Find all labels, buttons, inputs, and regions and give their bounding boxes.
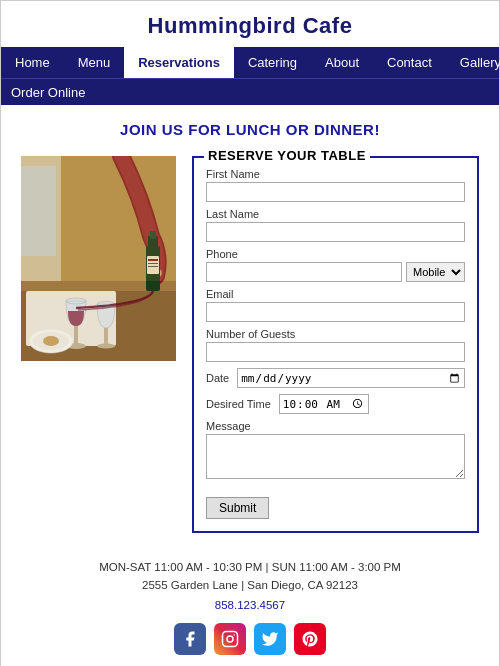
message-row: Message bbox=[206, 420, 465, 483]
facebook-icon[interactable] bbox=[174, 623, 206, 655]
pinterest-icon[interactable] bbox=[294, 623, 326, 655]
first-name-label: First Name bbox=[206, 168, 465, 180]
phone-row: Phone Mobile Home Work bbox=[206, 248, 465, 282]
nav-catering[interactable]: Catering bbox=[234, 47, 311, 78]
svg-point-6 bbox=[66, 298, 86, 304]
social-icons-group bbox=[21, 623, 479, 655]
main-heading: JOIN US FOR LUNCH OR DINNER! bbox=[21, 121, 479, 138]
footer-hours: MON-SAT 11:00 AM - 10:30 PM | SUN 11:00 … bbox=[21, 561, 479, 573]
message-label: Message bbox=[206, 420, 465, 432]
svg-point-12 bbox=[43, 336, 59, 346]
nav-reservations[interactable]: Reservations bbox=[124, 47, 234, 78]
first-name-input[interactable] bbox=[206, 182, 465, 202]
date-input[interactable] bbox=[237, 368, 465, 388]
submit-button[interactable]: Submit bbox=[206, 497, 269, 519]
nav-menu[interactable]: Menu bbox=[64, 47, 125, 78]
guests-label: Number of Guests bbox=[206, 328, 465, 340]
svg-point-27 bbox=[233, 634, 235, 636]
nav-order-online[interactable]: Order Online bbox=[11, 85, 85, 100]
nav-about[interactable]: About bbox=[311, 47, 373, 78]
email-input[interactable] bbox=[206, 302, 465, 322]
footer: MON-SAT 11:00 AM - 10:30 PM | SUN 11:00 … bbox=[21, 561, 479, 666]
time-input[interactable] bbox=[279, 394, 370, 414]
nav-gallery[interactable]: Gallery bbox=[446, 47, 500, 78]
guests-input[interactable] bbox=[206, 342, 465, 362]
svg-point-26 bbox=[227, 636, 233, 642]
footer-phone[interactable]: 858.123.4567 bbox=[215, 599, 285, 611]
main-content: JOIN US FOR LUNCH OR DINNER! bbox=[1, 105, 499, 666]
form-legend: RESERVE YOUR TABLE bbox=[204, 148, 370, 163]
reservation-form-box: RESERVE YOUR TABLE First Name Last Name … bbox=[192, 156, 479, 533]
secondary-nav: Order Online bbox=[1, 78, 499, 105]
site-header: Hummingbird Cafe bbox=[1, 1, 499, 47]
svg-rect-24 bbox=[21, 156, 176, 281]
restaurant-image-svg bbox=[21, 156, 176, 361]
message-textarea[interactable] bbox=[206, 434, 465, 479]
instagram-icon[interactable] bbox=[214, 623, 246, 655]
time-input-group: Desired Time bbox=[206, 394, 465, 414]
last-name-input[interactable] bbox=[206, 222, 465, 242]
twitter-icon[interactable] bbox=[254, 623, 286, 655]
content-area: RESERVE YOUR TABLE First Name Last Name … bbox=[21, 156, 479, 533]
last-name-row: Last Name bbox=[206, 208, 465, 242]
time-row: Desired Time bbox=[206, 394, 465, 414]
footer-address: 2555 Garden Lane | San Diego, CA 92123 bbox=[21, 579, 479, 591]
email-row: Email bbox=[206, 288, 465, 322]
date-row: Date bbox=[206, 368, 465, 388]
svg-rect-5 bbox=[74, 326, 78, 346]
restaurant-image bbox=[21, 156, 176, 361]
last-name-label: Last Name bbox=[206, 208, 465, 220]
first-name-row: First Name bbox=[206, 168, 465, 202]
nav-home[interactable]: Home bbox=[1, 47, 64, 78]
svg-rect-8 bbox=[104, 328, 108, 346]
phone-label: Phone bbox=[206, 248, 465, 260]
phone-input[interactable] bbox=[206, 262, 402, 282]
date-label: Date bbox=[206, 372, 229, 384]
date-input-group: Date bbox=[206, 368, 465, 388]
nav-contact[interactable]: Contact bbox=[373, 47, 446, 78]
time-label: Desired Time bbox=[206, 398, 271, 410]
phone-input-group: Mobile Home Work bbox=[206, 262, 465, 282]
guests-row: Number of Guests bbox=[206, 328, 465, 362]
email-label: Email bbox=[206, 288, 465, 300]
main-nav: Home Menu Reservations Catering About Co… bbox=[1, 47, 499, 78]
guests-input-group bbox=[206, 342, 465, 362]
phone-type-select[interactable]: Mobile Home Work bbox=[406, 262, 465, 282]
site-title: Hummingbird Cafe bbox=[1, 13, 499, 39]
page-wrapper: Hummingbird Cafe Home Menu Reservations … bbox=[0, 0, 500, 666]
svg-rect-25 bbox=[223, 632, 238, 647]
